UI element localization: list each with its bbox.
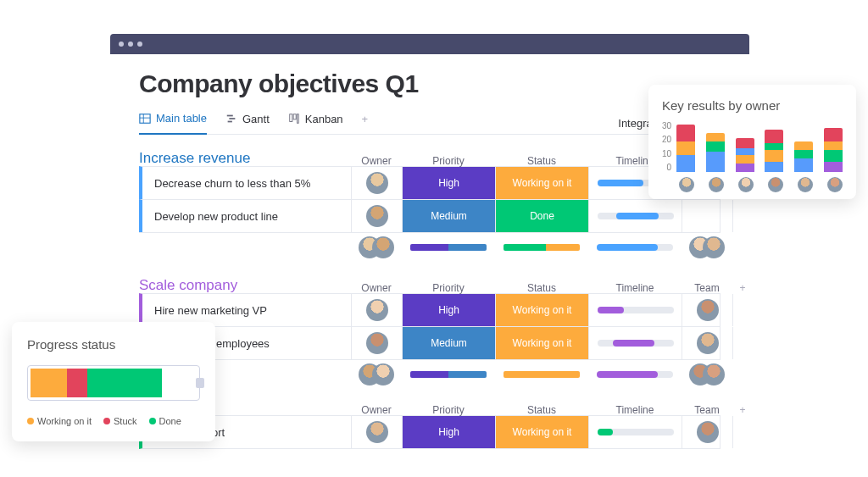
progress-status-card: Progress status Working on itStuckDone (12, 322, 215, 441)
summary-priority (402, 233, 495, 262)
group-title[interactable]: Scale company (139, 277, 351, 294)
cell-timeline[interactable] (588, 294, 682, 326)
chart-y-axis: 3020100 (662, 121, 671, 172)
cell-team[interactable] (682, 327, 732, 359)
chart-bars (676, 121, 843, 172)
table-icon (139, 113, 151, 125)
group-summary (139, 232, 721, 262)
svg-rect-8 (297, 114, 298, 124)
col-timeline[interactable]: Timeline (588, 282, 682, 294)
tab-main-table[interactable]: Main table (139, 112, 207, 135)
col-team[interactable]: Team (682, 282, 732, 294)
progress-legend: Working on itStuckDone (27, 416, 200, 426)
summary-team[interactable] (682, 233, 732, 262)
cell-team[interactable] (682, 294, 732, 326)
cell-owner[interactable] (351, 200, 402, 232)
cell-priority[interactable]: Medium (402, 200, 495, 232)
table-row[interactable]: Hire 20 new employees Medium Working on … (139, 326, 721, 360)
cell-team[interactable] (682, 416, 732, 448)
view-tabs: Main table Gantt Kanban + Integrate (139, 112, 721, 135)
col-priority[interactable]: Priority (402, 155, 495, 167)
group-summary (139, 359, 721, 389)
svg-rect-7 (293, 114, 296, 119)
cell-owner[interactable] (351, 294, 402, 326)
table-row[interactable]: d 24/7 support High Working on it (139, 415, 721, 449)
summary-owners[interactable] (351, 360, 402, 389)
table-row[interactable]: Decrease churn to less than 5% High Work… (139, 166, 721, 200)
tab-gantt[interactable]: Gantt (225, 113, 270, 134)
legend-item: Stuck (103, 416, 137, 426)
legend-item: Working on it (27, 416, 92, 426)
svg-rect-6 (290, 114, 292, 122)
svg-rect-4 (229, 118, 235, 119)
cell-status[interactable]: Working on it (495, 167, 588, 199)
progress-title: Progress status (27, 337, 200, 352)
row-name[interactable]: Hire new marketing VP (142, 304, 351, 317)
svg-rect-0 (140, 114, 150, 123)
cell-timeline[interactable] (588, 327, 682, 359)
legend-item: Done (149, 416, 181, 426)
col-timeline[interactable]: Timeline (588, 404, 682, 416)
summary-priority (402, 360, 495, 389)
chart-bar (706, 133, 725, 172)
col-status[interactable]: Status (495, 404, 588, 416)
summary-timeline (588, 233, 682, 262)
svg-rect-3 (227, 115, 233, 117)
col-owner[interactable]: Owner (351, 282, 402, 294)
svg-rect-5 (228, 121, 232, 123)
summary-status (495, 360, 588, 389)
col-priority[interactable]: Priority (402, 404, 495, 416)
chart-bar (824, 128, 843, 172)
chart-bar (794, 141, 813, 172)
kanban-icon (288, 113, 300, 125)
add-column-button[interactable]: + (732, 282, 753, 294)
row-name[interactable]: Develop new product line (142, 210, 351, 223)
cell-status[interactable]: Working on it (495, 294, 588, 326)
cell-priority[interactable]: High (402, 416, 495, 448)
add-view-button[interactable]: + (362, 113, 369, 134)
summary-team[interactable] (682, 360, 732, 389)
key-results-card: Key results by owner 3020100 (648, 85, 856, 199)
col-status[interactable]: Status (495, 155, 588, 167)
col-owner[interactable]: Owner (351, 155, 402, 167)
cell-priority[interactable]: High (402, 167, 495, 199)
cell-owner[interactable] (351, 327, 402, 359)
page-title: Company objectives Q1 (139, 69, 721, 98)
row-name[interactable]: Decrease churn to less than 5% (142, 177, 351, 190)
table-row[interactable]: Develop new product line Medium Done (139, 199, 721, 233)
chart-title: Key results by owner (662, 98, 843, 113)
col-priority[interactable]: Priority (402, 282, 495, 294)
summary-owners[interactable] (351, 233, 402, 262)
cell-priority[interactable]: Medium (402, 327, 495, 359)
cell-status[interactable]: Done (495, 200, 588, 232)
cell-owner[interactable] (351, 416, 402, 448)
col-team[interactable]: Team (682, 404, 732, 416)
col-owner[interactable]: Owner (351, 404, 402, 416)
cell-owner[interactable] (351, 167, 402, 199)
group-title[interactable]: Increase revenue (139, 150, 351, 167)
col-status[interactable]: Status (495, 282, 588, 294)
chart-bar (676, 125, 695, 172)
cell-team[interactable] (682, 200, 732, 232)
progress-bar (27, 365, 200, 401)
summary-status (495, 233, 588, 262)
cell-timeline[interactable] (588, 416, 682, 448)
tab-kanban[interactable]: Kanban (288, 113, 343, 134)
cell-timeline[interactable] (588, 200, 682, 232)
chart-x-axis-avatars (662, 177, 843, 192)
gantt-icon (225, 113, 237, 125)
cell-status[interactable]: Working on it (495, 416, 588, 448)
window-titlebar (110, 34, 749, 54)
add-column-button[interactable]: + (732, 404, 753, 416)
chart-bar (736, 138, 754, 172)
summary-timeline (588, 360, 682, 389)
cell-priority[interactable]: High (402, 294, 495, 326)
table-row[interactable]: Hire new marketing VP High Working on it (139, 293, 721, 327)
chart-bar (765, 130, 783, 172)
cell-status[interactable]: Working on it (495, 327, 588, 359)
